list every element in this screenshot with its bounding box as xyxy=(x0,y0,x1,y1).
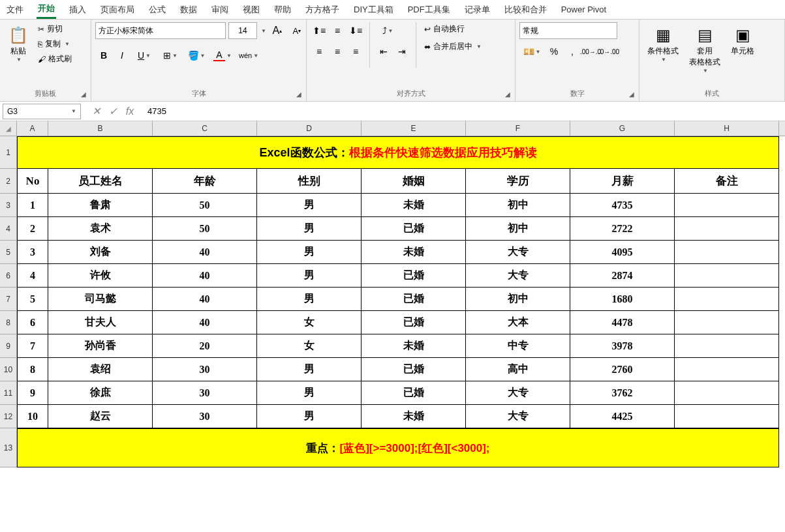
data-cell[interactable] xyxy=(675,358,779,381)
formula-input[interactable] xyxy=(142,104,785,119)
data-cell[interactable]: 刘备 xyxy=(48,241,153,264)
data-cell[interactable]: 赵云 xyxy=(48,405,153,428)
font-launcher[interactable]: ◢ xyxy=(294,89,303,98)
data-cell[interactable]: 男 xyxy=(257,288,362,311)
clipboard-launcher[interactable]: ◢ xyxy=(79,89,88,98)
data-cell[interactable]: 40 xyxy=(153,241,257,264)
align-center-button[interactable]: ≡ xyxy=(329,43,346,60)
data-cell[interactable]: 6 xyxy=(17,311,48,334)
data-cell[interactable] xyxy=(675,334,779,358)
data-cell[interactable]: 男 xyxy=(257,217,362,241)
cancel-formula-button[interactable]: ✕ xyxy=(89,104,103,119)
row-header-4[interactable]: 4 xyxy=(0,217,17,241)
comma-button[interactable]: , xyxy=(564,43,581,60)
bold-button[interactable]: B xyxy=(95,47,112,64)
data-cell[interactable]: 已婚 xyxy=(362,288,466,311)
tab-公式[interactable]: 公式 xyxy=(147,1,167,18)
data-cell[interactable]: 8 xyxy=(17,358,48,381)
data-cell[interactable] xyxy=(675,311,779,334)
decrease-decimal-button[interactable]: .0→.00 xyxy=(600,43,617,60)
decrease-font-button[interactable]: A▾ xyxy=(288,22,305,39)
data-cell[interactable]: 50 xyxy=(153,194,257,217)
align-left-button[interactable]: ≡ xyxy=(311,43,328,60)
data-cell[interactable]: 大专 xyxy=(466,264,570,288)
col-header-F[interactable]: F xyxy=(466,121,570,136)
data-cell[interactable]: 20 xyxy=(153,334,257,358)
data-cell[interactable]: 鲁肃 xyxy=(48,194,153,217)
data-cell[interactable]: 女 xyxy=(257,311,362,334)
data-cell[interactable]: 男 xyxy=(257,381,362,405)
header-cell[interactable]: 学历 xyxy=(466,169,570,194)
data-cell[interactable] xyxy=(675,288,779,311)
data-cell[interactable]: 2874 xyxy=(570,264,675,288)
select-all-corner[interactable]: ◢ xyxy=(0,121,17,136)
header-cell[interactable]: 婚姻 xyxy=(362,169,466,194)
row-header-5[interactable]: 5 xyxy=(0,241,17,264)
col-header-A[interactable]: A xyxy=(17,121,48,136)
row-header-1[interactable]: 1 xyxy=(0,136,17,169)
orientation-button[interactable]: ⤴▼ xyxy=(375,22,400,39)
data-cell[interactable]: 初中 xyxy=(466,194,570,217)
data-cell[interactable]: 10 xyxy=(17,405,48,428)
data-cell[interactable]: 已婚 xyxy=(362,381,466,405)
row-header-11[interactable]: 11 xyxy=(0,381,17,405)
row-header-2[interactable]: 2 xyxy=(0,169,17,194)
align-right-button[interactable]: ≡ xyxy=(347,43,364,60)
tab-帮助[interactable]: 帮助 xyxy=(273,1,292,18)
header-cell[interactable]: 性别 xyxy=(257,169,362,194)
row-header-3[interactable]: 3 xyxy=(0,194,17,217)
data-cell[interactable]: 7 xyxy=(17,334,48,358)
tab-PDF工具集[interactable]: PDF工具集 xyxy=(407,1,452,18)
title-cell[interactable]: Excel函数公式：根据条件快速筛选数据应用技巧解读 xyxy=(17,136,779,169)
data-cell[interactable]: 大专 xyxy=(466,405,570,428)
align-bottom-button[interactable]: ⬇≡ xyxy=(347,22,364,39)
data-cell[interactable]: 高中 xyxy=(466,358,570,381)
cut-button[interactable]: ✂剪切 xyxy=(35,22,74,36)
data-cell[interactable]: 30 xyxy=(153,381,257,405)
align-top-button[interactable]: ⬆≡ xyxy=(311,22,328,39)
data-cell[interactable]: 男 xyxy=(257,194,362,217)
header-cell[interactable]: 备注 xyxy=(675,169,779,194)
col-header-B[interactable]: B xyxy=(48,121,153,136)
data-cell[interactable]: 2722 xyxy=(570,217,675,241)
data-cell[interactable]: 初中 xyxy=(466,288,570,311)
data-cell[interactable]: 4 xyxy=(17,264,48,288)
data-cell[interactable]: 男 xyxy=(257,241,362,264)
data-cell[interactable]: 3 xyxy=(17,241,48,264)
decrease-indent-button[interactable]: ⇤ xyxy=(375,43,392,60)
row-header-7[interactable]: 7 xyxy=(0,288,17,311)
row-header-10[interactable]: 10 xyxy=(0,358,17,381)
data-cell[interactable]: 未婚 xyxy=(362,241,466,264)
data-cell[interactable]: 3978 xyxy=(570,334,675,358)
increase-indent-button[interactable]: ⇥ xyxy=(393,43,410,60)
table-format-button[interactable]: ▤ 套用 表格格式▼ xyxy=(685,22,724,76)
increase-font-button[interactable]: A▴ xyxy=(269,22,286,39)
data-cell[interactable]: 未婚 xyxy=(362,194,466,217)
data-cell[interactable]: 大本 xyxy=(466,311,570,334)
number-launcher[interactable]: ◢ xyxy=(627,89,636,98)
data-cell[interactable]: 50 xyxy=(153,217,257,241)
paste-button[interactable]: 📋 粘贴 ▼ xyxy=(4,22,33,65)
data-cell[interactable]: 徐庶 xyxy=(48,381,153,405)
percent-button[interactable]: % xyxy=(546,43,562,60)
data-cell[interactable]: 已婚 xyxy=(362,217,466,241)
col-header-D[interactable]: D xyxy=(257,121,362,136)
data-cell[interactable]: 40 xyxy=(153,311,257,334)
data-cell[interactable]: 5 xyxy=(17,288,48,311)
data-cell[interactable]: 袁绍 xyxy=(48,358,153,381)
data-cell[interactable]: 司马懿 xyxy=(48,288,153,311)
data-cell[interactable]: 9 xyxy=(17,381,48,405)
data-cell[interactable]: 30 xyxy=(153,405,257,428)
increase-decimal-button[interactable]: .00→.0 xyxy=(582,43,599,60)
data-cell[interactable] xyxy=(675,194,779,217)
italic-button[interactable]: I xyxy=(114,47,131,64)
tab-审阅[interactable]: 审阅 xyxy=(210,1,230,18)
col-header-C[interactable]: C xyxy=(153,121,257,136)
data-cell[interactable]: 许攸 xyxy=(48,264,153,288)
data-cell[interactable]: 未婚 xyxy=(362,334,466,358)
tab-数据[interactable]: 数据 xyxy=(179,1,198,18)
phonetic-button[interactable]: wén▼ xyxy=(236,47,261,64)
data-cell[interactable] xyxy=(675,405,779,428)
fill-color-button[interactable]: 🪣▼ xyxy=(184,47,209,64)
copy-button[interactable]: ⎘复制▼ xyxy=(35,37,74,51)
